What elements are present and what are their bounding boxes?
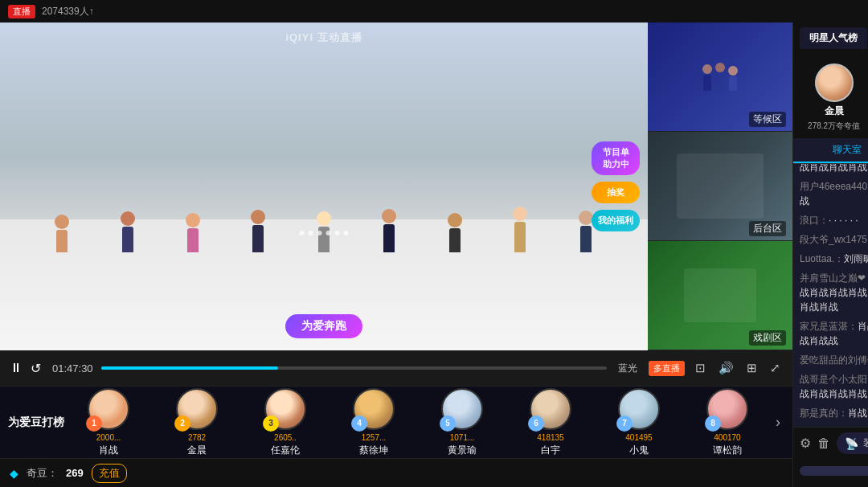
artist-name-7: 小鬼 <box>629 444 649 457</box>
thumb-waiting-area[interactable]: 等候区 <box>648 23 792 132</box>
artist-item-7[interactable]: 7 401495 小鬼 <box>595 388 683 457</box>
msg-user-8: 战哥是个小太阳： <box>800 374 868 385</box>
time-display: 01:47:30 <box>52 362 93 374</box>
live-badge: 直播 <box>8 5 35 18</box>
quality-live-btn[interactable]: 多直播 <box>649 361 685 376</box>
dots-indicator <box>300 231 349 235</box>
msg-user-7: 爱吃甜品的刘傅俊按： <box>800 354 868 366</box>
iqiyi-watermark: iQIYI 互动直播 <box>285 31 362 45</box>
artist-name-8: 谭松韵 <box>713 444 742 457</box>
right-thumbnails: 等候区 后台区 戏剧区 <box>648 23 792 350</box>
lottery-btn[interactable]: 抽奖 <box>592 182 640 203</box>
chat-input-area: ⚙ 🗑 📡 装载弹幕一起High! 发送 <box>793 427 868 487</box>
msg-0: 用户50d4c7e4028c2：肖战肖战肖战肖战肖战肖战肖战肖战肖战肖战肖战肖战… <box>800 164 868 174</box>
diamond-count: 269 <box>66 467 84 479</box>
artist-avatar-wrap-2: 2 <box>176 388 218 430</box>
artist-item-4[interactable]: 4 1257... 蔡徐坤 <box>330 388 418 457</box>
sidebar: 明星人气榜粉丝贡献榜 金晨 278.2万夸夸值 👑 肖战 2000万夸夸值 任嘉… <box>792 23 868 487</box>
fullscreen-btn[interactable]: ⤢ <box>768 361 783 375</box>
star-tabs: 明星人气榜粉丝贡献榜 <box>793 23 868 49</box>
diamond-label: 奇豆： <box>27 466 58 481</box>
rank-badge-3: 3 <box>263 415 279 432</box>
ranking-label: 为爱豆打榜 <box>8 415 64 430</box>
artist-item-6[interactable]: 6 418135 白宇 <box>506 388 595 457</box>
artist-avatar-wrap-1: 1 <box>88 388 129 430</box>
artist-item-8[interactable]: 8 400170 谭松韵 <box>683 388 772 457</box>
viewer-count: 2074339人↑ <box>42 5 94 18</box>
settings-icon-btn[interactable]: ⚙ <box>800 436 811 451</box>
refresh-btn[interactable]: ↺ <box>31 361 41 376</box>
quality-label[interactable]: 蓝光 <box>615 360 641 377</box>
danmu-icon: 📡 <box>845 437 858 450</box>
rank-badge-2: 2 <box>174 415 190 432</box>
artist-item-3[interactable]: 3 2605.. 任嘉伦 <box>241 388 330 457</box>
chat-actions: ⚙ 🗑 📡 装载弹幕一起High! <box>800 432 868 454</box>
artist-score-6: 418135 <box>537 433 563 442</box>
top-bar: 直播 2074339人↑ <box>0 0 868 23</box>
person-6 <box>382 209 396 252</box>
msg-2: 浪口：· · · · · · <box>800 213 868 227</box>
pip-btn[interactable]: ⊞ <box>744 361 760 375</box>
program-list-btn[interactable]: 节目单 助力中 <box>592 141 640 175</box>
main-area: iQIYI 互动直播 节目单 助力中 抽奖 我的福利 为爱奔跑 <box>0 23 868 487</box>
artist-avatar-wrap-4: 4 <box>353 388 395 430</box>
chat-tab-0[interactable]: 聊天室 <box>793 138 868 163</box>
msg-text-0: 肖战肖战肖战肖战肖战肖战肖战肖战肖战肖战肖战肖战肖战肖战肖战肖战肖战肖战肖战 <box>800 164 868 173</box>
star-avatar-1[interactable] <box>815 63 854 102</box>
overlay-buttons: 节目单 助力中 抽奖 我的福利 <box>592 141 640 231</box>
rank-badge-8: 8 <box>705 415 721 432</box>
main-video[interactable]: iQIYI 互动直播 节目单 助力中 抽奖 我的福利 为爱奔跑 <box>0 23 648 350</box>
msg-user-9: 那是真的： <box>800 407 848 419</box>
star-score-1: 278.2万夸夸值 <box>808 121 860 132</box>
volume-btn[interactable]: 🔊 <box>716 361 736 375</box>
screenshot-btn[interactable]: ⊡ <box>693 361 708 375</box>
artist-name-2: 金晨 <box>187 444 207 457</box>
load-danmu-btn[interactable]: 📡 装载弹幕一起High! <box>837 432 868 454</box>
person-1 <box>55 215 69 252</box>
progress-bar[interactable] <box>101 366 607 370</box>
artist-item-5[interactable]: 5 1071... 黄景瑜 <box>418 388 506 457</box>
msg-1: 用户46eeea4401cce：虾虾这种组合不要选战战 <box>800 179 868 208</box>
video-container: iQIYI 互动直播 节目单 助力中 抽奖 我的福利 为爱奔跑 <box>0 23 792 350</box>
msg-9: 那是真的：肖战肖战 <box>800 406 868 420</box>
thumb-label-2: 后台区 <box>749 221 786 236</box>
thumb-label-3: 戏剧区 <box>749 330 786 346</box>
welfare-btn[interactable]: 我的福利 <box>592 210 640 231</box>
chat-input[interactable] <box>800 466 868 476</box>
msg-text-2: · · · · · · <box>829 215 858 226</box>
msg-3: 段大爷_wx1475：任嘉伦 <box>800 232 868 247</box>
chat-tabs: 聊天室晚会通知 <box>793 138 868 164</box>
artist-name-3: 任嘉伦 <box>271 444 300 457</box>
delete-icon-btn[interactable]: 🗑 <box>817 436 830 451</box>
rank-badge-7: 7 <box>616 415 633 432</box>
artist-avatar-wrap-8: 8 <box>706 388 748 430</box>
artist-score-8: 400170 <box>714 433 740 442</box>
rank-badge-4: 4 <box>351 415 367 432</box>
thumb-drama[interactable]: 戏剧区 <box>648 241 792 350</box>
artist-score-7: 401495 <box>625 433 652 442</box>
artist-name-5: 黄景瑜 <box>448 444 477 457</box>
artist-item-2[interactable]: 2 2782 金晨 <box>153 388 241 457</box>
load-danmu-label: 装载弹幕一起High! <box>863 436 868 450</box>
artist-name-1: 肖战 <box>99 444 118 457</box>
msg-user-2: 浪口： <box>800 215 829 226</box>
star-name-1: 金晨 <box>825 104 844 118</box>
bottom-bar: ◆ 奇豆： 269 充值 <box>0 458 792 487</box>
progress-fill <box>101 366 278 370</box>
charge-btn[interactable]: 充值 <box>92 464 127 483</box>
person-7 <box>448 213 462 252</box>
thumb-backstage[interactable]: 后台区 <box>648 132 792 241</box>
star-tab-0[interactable]: 明星人气榜 <box>800 27 867 49</box>
play-pause-btn[interactable]: ⏸ <box>10 361 23 375</box>
artist-score-2: 2782 <box>188 433 206 442</box>
msg-7: 爱吃甜品的刘傅俊按：哈哈哈哈哈哈 <box>800 353 868 367</box>
artist-name-6: 白宇 <box>541 444 560 457</box>
msg-4: Luottaa.：刘雨昕呢？？？ <box>800 252 868 266</box>
artist-avatar-wrap-6: 6 <box>530 388 571 430</box>
artist-avatar-wrap-3: 3 <box>264 388 306 430</box>
msg-8: 战哥是个小太阳：肖战肖战肖战肖战肖战肖战肖战肖战肖战肖战肖战肖战肖战肖战肖战 <box>800 372 868 401</box>
scroll-right-btn[interactable]: › <box>772 414 784 431</box>
person-4 <box>251 210 265 252</box>
msg-text-4: 刘雨昕呢？？？ <box>844 253 868 264</box>
artist-item-1[interactable]: 1 2000... 肖战 <box>64 388 153 457</box>
